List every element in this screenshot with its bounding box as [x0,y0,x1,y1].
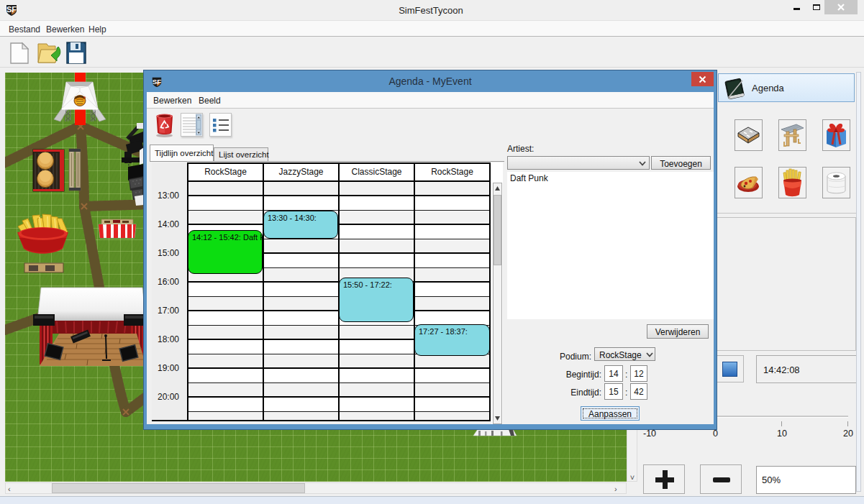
svg-text:SF: SF [6,5,17,14]
svg-text:SF: SF [153,78,162,86]
